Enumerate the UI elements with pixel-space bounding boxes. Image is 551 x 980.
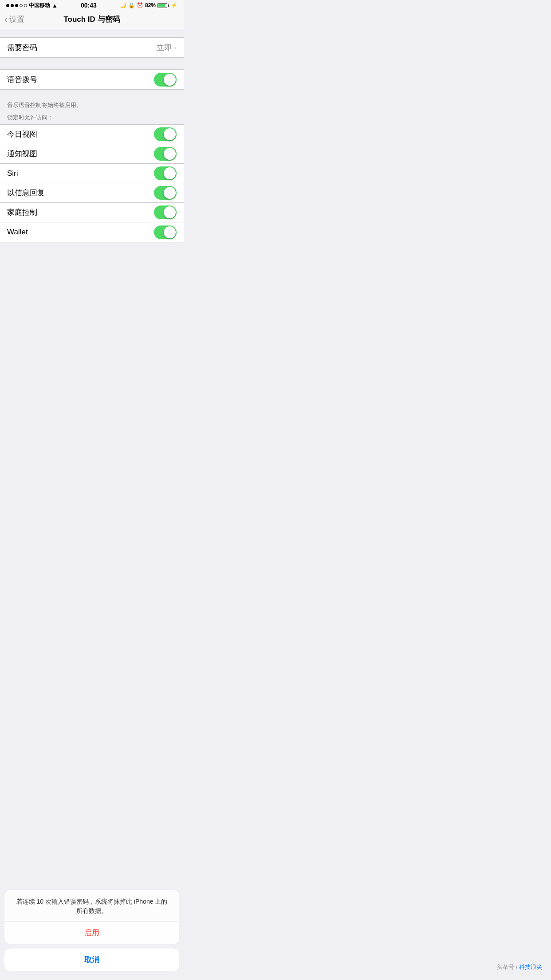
voice-dial-note: 音乐语音控制将始终被启用。 [0, 98, 184, 111]
require-passcode-section: 需要密码 立即 › [0, 37, 184, 58]
back-button[interactable]: ‹ 设置 [4, 14, 24, 24]
require-passcode-value-text: 立即 [157, 43, 172, 53]
today-view-row[interactable]: 今日视图 [0, 125, 184, 144]
status-right: 🌙 🔒 ⏰ 82% ⚡ [120, 2, 177, 8]
wallet-toggle[interactable] [154, 225, 177, 239]
wallet-row[interactable]: Wallet [0, 222, 184, 242]
toggle-knob [164, 206, 176, 218]
toggle-knob [164, 128, 176, 140]
notification-view-label: 通知视图 [7, 149, 37, 159]
signal-icon [6, 4, 27, 7]
back-chevron-icon: ‹ [4, 14, 8, 24]
toggle-knob [164, 187, 176, 199]
charging-icon: ⚡ [171, 2, 177, 8]
require-passcode-label: 需要密码 [7, 43, 37, 53]
voice-dial-label: 语音拨号 [7, 75, 37, 85]
status-bar: 中国移动 ▲ 00:43 🌙 🔒 ⏰ 82% ⚡ [0, 0, 184, 10]
siri-label: Siri [7, 169, 18, 178]
battery-percent: 82% [145, 2, 156, 8]
settings-content: 需要密码 立即 › 语音拨号 音乐语音控制将始终被启用。 锁定时允许访问： 今日… [0, 37, 184, 242]
gray-spacer-1 [0, 66, 184, 69]
clock: 00:43 [81, 2, 97, 9]
chevron-right-icon: › [174, 44, 177, 51]
toggle-knob [164, 167, 176, 179]
require-passcode-row[interactable]: 需要密码 立即 › [0, 38, 184, 57]
notification-view-toggle[interactable] [154, 147, 177, 161]
page-title: Touch ID 与密码 [63, 14, 120, 24]
require-passcode-value: 立即 › [157, 43, 177, 53]
lock-access-header: 锁定时允许访问： [0, 111, 184, 124]
voice-dial-row[interactable]: 语音拨号 [0, 70, 184, 89]
notification-view-row[interactable]: 通知视图 [0, 144, 184, 164]
wallet-label: Wallet [7, 228, 28, 237]
alarm-icon: ⏰ [137, 2, 143, 8]
reply-message-label: 以信息回复 [7, 188, 45, 198]
wifi-icon: ▲ [52, 2, 58, 9]
status-left: 中国移动 ▲ [6, 2, 58, 9]
siri-toggle[interactable] [154, 166, 177, 180]
parental-control-label: 家庭控制 [7, 207, 37, 217]
toggle-knob [164, 148, 176, 160]
reply-message-row[interactable]: 以信息回复 [0, 183, 184, 203]
back-label: 设置 [9, 14, 24, 24]
voice-dial-toggle[interactable] [154, 73, 177, 87]
lock-icon: 🔒 [128, 2, 135, 8]
lock-access-section: 今日视图 通知视图 Siri 以信息回复 家庭控制 [0, 124, 184, 242]
battery-icon [157, 3, 169, 8]
parental-control-toggle[interactable] [154, 205, 177, 219]
toggle-knob [164, 226, 176, 238]
nav-bar: ‹ 设置 Touch ID 与密码 [0, 10, 184, 29]
carrier-label: 中国移动 [29, 2, 50, 9]
moon-icon: 🌙 [120, 2, 126, 8]
voice-dial-section: 语音拨号 [0, 69, 184, 90]
siri-row[interactable]: Siri [0, 164, 184, 183]
parental-control-row[interactable]: 家庭控制 [0, 203, 184, 222]
today-view-label: 今日视图 [7, 129, 37, 139]
today-view-toggle[interactable] [154, 127, 177, 141]
reply-message-toggle[interactable] [154, 186, 177, 200]
toggle-knob [164, 74, 176, 86]
